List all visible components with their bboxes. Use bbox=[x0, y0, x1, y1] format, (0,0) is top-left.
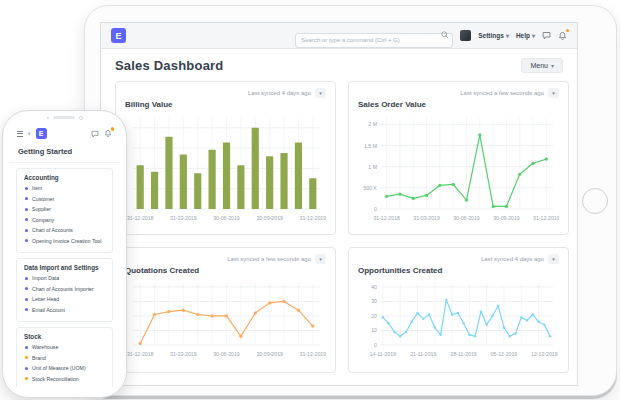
dashboard-card: Last synced a few seconds ago▾Sales Orde… bbox=[348, 81, 569, 235]
item-dot-icon bbox=[25, 218, 28, 221]
phone-item[interactable]: Brand bbox=[25, 355, 105, 361]
svg-text:31-12-2019: 31-12-2019 bbox=[533, 215, 559, 221]
phone-section: StockWarehouseBrandUnit of Measure (UOM)… bbox=[16, 327, 113, 390]
svg-text:05-12-2019: 05-12-2019 bbox=[491, 351, 518, 357]
item-dot-icon bbox=[25, 239, 28, 242]
phone-item-label: Brand bbox=[32, 355, 46, 361]
app-logo[interactable]: E bbox=[111, 28, 126, 43]
help-menu[interactable]: Help ▾ bbox=[516, 32, 535, 39]
phone-item-label: Chart of Accounts Importer bbox=[32, 286, 94, 292]
phone-item-label: Item bbox=[32, 185, 42, 191]
phone-notifications-button[interactable] bbox=[104, 129, 112, 138]
phone-section-title: Stock bbox=[24, 333, 105, 340]
item-dot-icon bbox=[25, 356, 28, 359]
phone-messages-button[interactable] bbox=[91, 130, 99, 138]
help-label: Help bbox=[516, 32, 530, 39]
home-button[interactable] bbox=[582, 188, 608, 214]
item-dot-icon bbox=[25, 229, 28, 232]
chevron-down-icon: ▾ bbox=[552, 91, 555, 96]
card-sync-row: Last synced 4 days ago▾ bbox=[125, 88, 326, 98]
card-dropdown-button[interactable]: ▾ bbox=[315, 88, 326, 98]
phone-item[interactable]: Stock Reconciliation bbox=[25, 376, 105, 382]
phone-item-label: Unit of Measure (UOM) bbox=[32, 365, 86, 371]
chart-svg: 31-12-201831-03-201930-06-201930-09-2019… bbox=[125, 111, 326, 227]
svg-text:0: 0 bbox=[374, 342, 377, 348]
menu-button[interactable]: Menu ▾ bbox=[521, 58, 563, 73]
dashboard-card: Last synced a few seconds ago▾Quotations… bbox=[115, 247, 336, 373]
svg-text:30-06-2019: 30-06-2019 bbox=[453, 215, 480, 221]
messages-button[interactable] bbox=[542, 31, 551, 40]
item-dot-icon bbox=[25, 346, 28, 349]
phone-item[interactable]: Warehouse bbox=[25, 344, 105, 350]
item-dot-icon bbox=[25, 287, 28, 290]
item-dot-icon bbox=[25, 197, 28, 200]
phone-item[interactable]: Company bbox=[25, 217, 105, 223]
phone-notch bbox=[47, 116, 83, 120]
hamburger-icon[interactable] bbox=[17, 131, 23, 137]
notification-dot bbox=[111, 127, 115, 131]
card-title: Quotations Created bbox=[125, 266, 326, 275]
card-sync-label: Last synced 4 days ago bbox=[248, 90, 311, 96]
item-dot-icon bbox=[25, 367, 28, 370]
phone-item-label: Customer bbox=[32, 196, 55, 202]
card-dropdown-button[interactable]: ▾ bbox=[548, 254, 559, 264]
svg-text:1 M: 1 M bbox=[368, 164, 377, 170]
phone-item[interactable]: Customer bbox=[25, 196, 105, 202]
chevron-down-icon: ▾ bbox=[319, 91, 322, 96]
message-icon bbox=[91, 130, 99, 138]
camera-dot-icon bbox=[47, 117, 50, 120]
svg-text:31-03-2019: 31-03-2019 bbox=[413, 215, 440, 221]
phone-item-label: Import Data bbox=[32, 275, 59, 281]
tablet-screen: E Settings ▾ Help ▾ bbox=[100, 22, 578, 386]
phone-navbar: ‹ E bbox=[9, 123, 120, 142]
svg-text:30: 30 bbox=[371, 298, 377, 304]
svg-text:14-11-2019: 14-11-2019 bbox=[370, 351, 396, 357]
svg-text:28-11-2019: 28-11-2019 bbox=[451, 351, 477, 357]
phone-item[interactable]: Item bbox=[25, 185, 105, 191]
svg-text:12-12-2019: 12-12-2019 bbox=[531, 351, 558, 357]
notifications-button[interactable] bbox=[558, 31, 567, 41]
phone-item[interactable]: Import Data bbox=[25, 275, 105, 281]
bell-icon bbox=[558, 31, 567, 41]
settings-menu[interactable]: Settings ▾ bbox=[478, 32, 509, 39]
phone-item[interactable]: Unit of Measure (UOM) bbox=[25, 365, 105, 371]
phone-section: AccountingItemCustomerSupplierCompanyCha… bbox=[16, 168, 113, 253]
card-dropdown-button[interactable]: ▾ bbox=[315, 254, 326, 264]
page-title: Sales Dashboard bbox=[115, 58, 224, 73]
card-dropdown-button[interactable]: ▾ bbox=[548, 88, 559, 98]
chevron-down-icon: ▾ bbox=[552, 257, 555, 262]
phone-item[interactable]: Email Account bbox=[25, 307, 105, 313]
item-dot-icon bbox=[25, 277, 28, 280]
message-icon bbox=[542, 31, 551, 40]
phone-item-label: Chart of Accounts bbox=[32, 227, 73, 233]
phone-item-label: Company bbox=[32, 217, 54, 223]
speaker-bar-icon bbox=[53, 116, 75, 119]
back-icon[interactable]: ‹ bbox=[28, 130, 31, 138]
phone-item-label: Letter Head bbox=[32, 296, 59, 302]
card-title: Opportunities Created bbox=[358, 266, 559, 275]
svg-text:31-12-2019: 31-12-2019 bbox=[300, 215, 326, 221]
svg-text:0: 0 bbox=[374, 206, 377, 212]
phone-item[interactable]: Letter Head bbox=[25, 296, 105, 302]
phone-app-logo[interactable]: E bbox=[36, 128, 47, 139]
svg-text:10: 10 bbox=[371, 327, 377, 333]
phone-item[interactable]: Supplier bbox=[25, 206, 105, 212]
top-navbar: E Settings ▾ Help ▾ bbox=[101, 23, 577, 49]
phone-screen: ‹ E Getting Started AccountingItem bbox=[9, 123, 120, 390]
card-sync-row: Last synced 4 days ago▾ bbox=[358, 254, 559, 264]
svg-text:30-06-2019: 30-06-2019 bbox=[213, 215, 240, 221]
phone-page-title: Getting Started bbox=[9, 142, 120, 163]
card-title: Sales Order Value bbox=[358, 100, 559, 109]
svg-text:30-09-2019: 30-09-2019 bbox=[256, 351, 283, 357]
avatar[interactable] bbox=[460, 30, 471, 41]
phone-item-label: Stock Reconciliation bbox=[32, 376, 79, 382]
phone-item[interactable]: Chart of Accounts bbox=[25, 227, 105, 233]
chevron-down-icon: ▾ bbox=[532, 33, 535, 39]
phone-section: Data Import and SettingsImport DataChart… bbox=[16, 258, 113, 322]
camera-icon bbox=[79, 116, 83, 120]
phone-item[interactable]: Chart of Accounts Importer bbox=[25, 286, 105, 292]
menu-label: Menu bbox=[530, 62, 548, 69]
search-input[interactable] bbox=[295, 33, 453, 48]
chart-svg: 01020304014-11-201921-11-201928-11-20190… bbox=[358, 277, 559, 363]
phone-item[interactable]: Opening Invoice Creation Tool bbox=[25, 238, 105, 244]
